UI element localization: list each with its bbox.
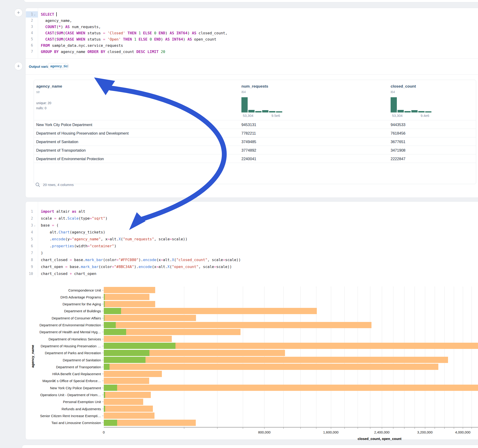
column-histogram	[391, 97, 431, 112]
text-cursor	[56, 12, 57, 16]
column-type: i64	[241, 90, 246, 94]
y-axis-label: Department of Health and Mental Hyg…	[25, 330, 101, 334]
cell-value: 3774892	[241, 148, 256, 152]
open-count-bar[interactable]	[104, 364, 110, 370]
table-row[interactable]: Department of Transportation377489234719…	[34, 146, 476, 154]
code-line[interactable]: 10chart_closed + chart_open	[25, 270, 478, 277]
code-line[interactable]: 2scale = alt.Scale(type="sqrt")	[25, 215, 478, 222]
code-line[interactable]: 9chart_open = base.mark_bar(color="#8BC3…	[25, 263, 478, 270]
closed-count-bar[interactable]	[104, 336, 172, 342]
open-count-bar[interactable]	[104, 322, 116, 328]
open-count-bar[interactable]	[104, 406, 105, 412]
closed-count-bar[interactable]	[104, 308, 317, 314]
fold-chevron-icon[interactable]: ⌄	[34, 11, 36, 18]
code-line[interactable]: 5 CAST(SUM(CASE WHEN status = 'Open' THE…	[25, 36, 478, 42]
table-row[interactable]: Department of Environmental Protection22…	[34, 154, 476, 163]
table-row[interactable]: Department of Sanitation37494853677651	[34, 137, 476, 146]
closed-count-bar[interactable]	[104, 399, 143, 405]
code-text: CAST(SUM(CASE WHEN status = 'Open' THEN …	[41, 36, 216, 42]
output-variable-pill[interactable]: agency_tickets	[48, 63, 68, 69]
chart-band	[104, 357, 478, 363]
code-line[interactable]: 3⌄base = (	[25, 222, 478, 229]
closed-count-bar[interactable]	[104, 287, 155, 293]
column-stat: unique: 20	[36, 101, 51, 105]
y-axis-label: Department of Housing Preservation …	[25, 344, 101, 348]
open-count-bar[interactable]	[104, 329, 126, 335]
closed-count-bar[interactable]	[104, 420, 196, 426]
closed-count-bar[interactable]	[104, 371, 162, 377]
code-line[interactable]: 4 CAST(SUM(CASE WHEN status = 'Closed' T…	[25, 30, 478, 36]
open-count-bar[interactable]	[104, 357, 145, 363]
x-axis-title: closed_count, open_count	[358, 437, 402, 441]
column-header[interactable]: num_requests	[241, 84, 268, 89]
sql-editor[interactable]: 1⌄SELECT 2 agency_name,3 COUNT(*) AS num…	[25, 11, 478, 63]
open-count-bar[interactable]	[104, 420, 117, 426]
table-row-count: 20 rows, 4 columns	[43, 183, 74, 187]
code-line[interactable]: 4 alt.Chart(agency_tickets)	[25, 229, 478, 236]
table-row[interactable]: New York City Police Department945313194…	[34, 120, 476, 129]
result-table[interactable]: agency_namestrunique: 20nulls: 0num_requ…	[34, 80, 476, 184]
column-header[interactable]: agency_name	[36, 84, 62, 89]
cell-agency-name: Department of Environmental Protection	[36, 156, 104, 161]
code-line[interactable]: 5 .encode(y="agency_name", x=alt.X("num_…	[25, 236, 478, 243]
line-number: 1	[25, 208, 33, 215]
closed-count-bar[interactable]	[104, 301, 155, 307]
chart-band	[104, 294, 478, 300]
open-count-bar[interactable]	[104, 301, 105, 307]
add-cell-button[interactable]: +	[14, 62, 23, 70]
code-text: .properties(width="container")	[41, 243, 116, 249]
closed-count-bar[interactable]	[104, 378, 149, 384]
closed-count-bar[interactable]	[104, 294, 149, 300]
closed-count-bar[interactable]	[104, 385, 478, 391]
closed-count-bar[interactable]	[104, 315, 196, 321]
closed-count-bar[interactable]	[104, 406, 153, 412]
open-count-bar[interactable]	[104, 385, 117, 391]
code-text: alt.Chart(agency_tickets)	[41, 229, 105, 236]
cell-value: 3749485	[241, 139, 256, 144]
x-axis-tick-label: 800,000	[258, 430, 270, 434]
code-line[interactable]: 7GROUP BY agency_name ORDER BY closed_co…	[25, 49, 478, 55]
closed-count-bar[interactable]	[104, 322, 371, 328]
y-axis-label: Taxi and Limousine Commission	[25, 421, 101, 425]
line-number: 8	[25, 256, 33, 263]
open-count-bar[interactable]	[104, 308, 121, 314]
add-cell-button[interactable]: +	[14, 8, 23, 17]
chart-band	[104, 371, 478, 377]
python-editor[interactable]: 1import altair as alt2scale = alt.Scale(…	[25, 208, 478, 277]
histogram-max-label: 9.4e6	[421, 114, 429, 118]
line-number: 4	[25, 229, 33, 236]
search-icon[interactable]	[35, 182, 40, 187]
cell-value: 3471908	[391, 148, 405, 152]
closed-count-bar[interactable]	[104, 412, 155, 419]
histogram-min-label: 53,304	[392, 114, 403, 118]
open-count-bar[interactable]	[104, 294, 105, 300]
y-axis-label: Department of Homeless Services	[25, 337, 101, 341]
code-line[interactable]: 6 .properties(width="container")	[25, 243, 478, 249]
code-line[interactable]: 1⌄SELECT	[25, 11, 478, 18]
code-line[interactable]: 6FROM sample_data.nyc.service_requests	[25, 42, 478, 49]
code-line[interactable]: 7)	[25, 249, 478, 256]
code-line[interactable]: 3 COUNT(*) AS num_requests,	[25, 24, 478, 30]
code-line[interactable]: 2 agency_name,	[25, 18, 478, 24]
column-header[interactable]: closed_count	[391, 84, 416, 89]
chart-band	[104, 412, 478, 419]
cell-value: 9453131	[241, 122, 256, 127]
code-text: GROUP BY agency_name ORDER BY closed_cou…	[41, 49, 165, 55]
line-number: 5	[25, 36, 33, 42]
open-count-bar[interactable]	[104, 343, 176, 349]
fold-chevron-icon[interactable]: ⌄	[34, 222, 36, 229]
cell-agency-name: Department of Transportation	[36, 148, 86, 152]
open-count-bar[interactable]	[104, 315, 104, 321]
table-row[interactable]: Department of Housing Preservation and D…	[34, 129, 476, 137]
x-axis-tick-label: 0	[103, 430, 105, 434]
y-axis-label: Correspondence Unit	[25, 288, 101, 292]
code-line[interactable]: 1import altair as alt	[25, 208, 478, 215]
closed-count-bar[interactable]	[104, 364, 438, 370]
chart-band	[104, 308, 478, 314]
open-count-bar[interactable]	[104, 350, 149, 356]
closed-count-bar[interactable]	[104, 357, 448, 363]
code-line[interactable]: 8chart_closed = base.mark_bar(color="#FF…	[25, 256, 478, 263]
open-count-bar[interactable]	[104, 392, 105, 398]
line-number: 7	[25, 249, 33, 256]
closed-count-bar[interactable]	[104, 392, 151, 398]
